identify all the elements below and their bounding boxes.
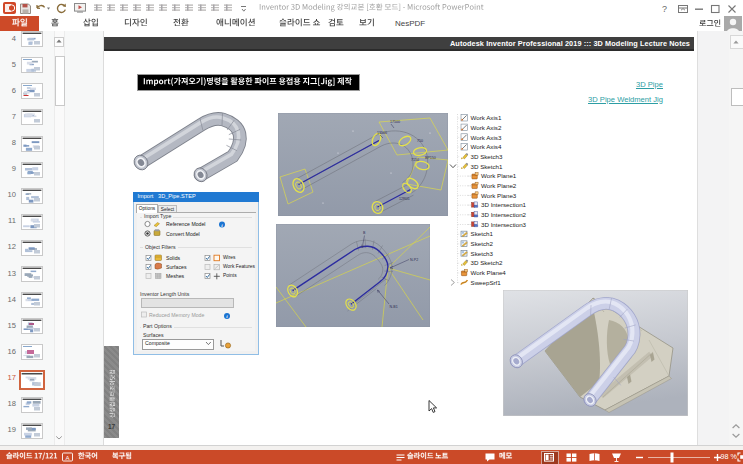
svg-text:Sketch2: Sketch2 [471,240,494,247]
svg-text:A: A [65,455,69,461]
svg-text:Work Plane1: Work Plane1 [481,172,517,179]
svg-text:Work Axis2: Work Axis2 [471,124,502,131]
svg-text:17500: 17500 [390,120,400,124]
svg-text:3D Sketch1: 3D Sketch1 [471,163,504,170]
svg-text:7150: 7150 [411,158,419,162]
svg-text:Work Plane2: Work Plane2 [481,182,517,189]
svg-text:17: 17 [108,423,116,430]
svg-text:3D Sketch2: 3D Sketch2 [471,259,504,266]
svg-text:BP150: BP150 [425,156,436,160]
svg-text:Work Plane3: Work Plane3 [481,192,517,199]
svg-text:N-B1: N-B1 [390,305,398,309]
svg-text:3D Sketch3: 3D Sketch3 [471,153,504,160]
svg-text:750: 750 [417,139,423,143]
svg-text:Work Axis3: Work Axis3 [471,134,502,141]
svg-text:Work Axis4: Work Axis4 [471,143,502,150]
svg-text:13500: 13500 [377,131,387,135]
svg-text:Sketch1: Sketch1 [471,230,494,237]
svg-text:N-P2: N-P2 [410,258,418,262]
svg-text:?: ? [662,4,667,14]
svg-text:3D Intersection3: 3D Intersection3 [481,221,527,228]
svg-text:Work Axis1: Work Axis1 [471,114,502,121]
svg-text:3D Intersection1: 3D Intersection1 [481,201,527,208]
svg-text:SweepSrf1: SweepSrf1 [471,279,502,286]
svg-text:12R05: 12R05 [399,197,410,201]
svg-text:Work Plane4: Work Plane4 [471,269,507,276]
svg-text:Sketch3: Sketch3 [471,250,494,257]
svg-text:3D Intersection2: 3D Intersection2 [481,211,527,218]
